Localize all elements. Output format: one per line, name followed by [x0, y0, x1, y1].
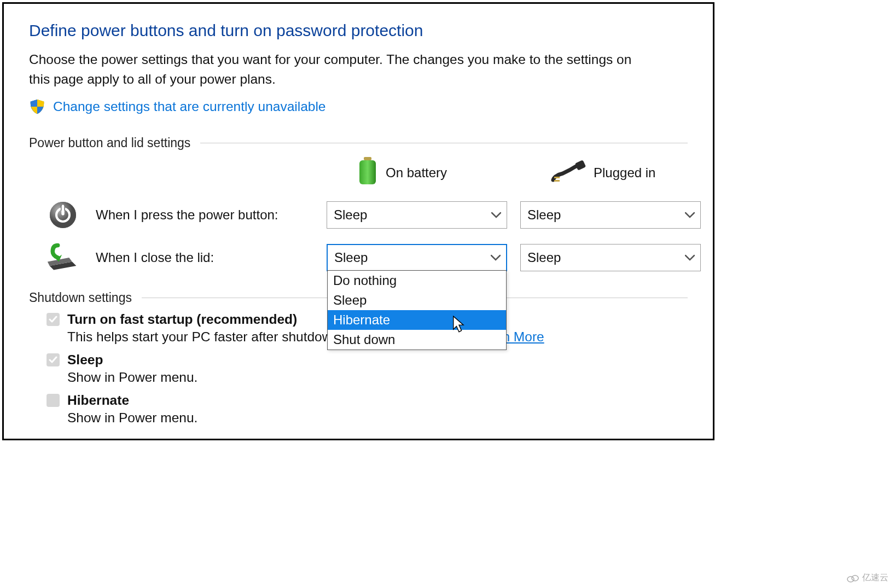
chevron-down-icon: [491, 212, 501, 218]
uac-shield-icon: [29, 98, 45, 115]
svg-rect-3: [554, 177, 560, 178]
row-power-button-label: When I press the power button:: [96, 207, 278, 223]
row-power-button: When I press the power button:: [29, 199, 313, 231]
intro-text: Choose the power settings that you want …: [29, 50, 642, 89]
hibernate-desc: Show in Power menu.: [67, 410, 688, 426]
svg-rect-4: [554, 180, 560, 182]
change-unavailable-settings-link[interactable]: Change settings that are currently unava…: [53, 99, 326, 114]
power-button-icon: [47, 199, 79, 231]
chevron-down-icon: [685, 212, 695, 218]
row-close-lid: When I close the lid:: [29, 241, 313, 274]
combo-close-lid-battery-dropdown[interactable]: Do nothingSleepHibernateShut down: [327, 270, 507, 350]
plug-icon: [551, 159, 586, 187]
combo-close-lid-plugged[interactable]: Sleep: [520, 244, 701, 271]
page-title: Define power buttons and turn on passwor…: [29, 21, 688, 40]
section-shutdown-label: Shutdown settings: [29, 290, 132, 305]
power-lid-grid: On battery Plugged in: [29, 157, 688, 274]
combo-power-button-battery[interactable]: Sleep: [327, 201, 507, 229]
close-lid-icon: [47, 241, 79, 274]
section-power-lid: Power button and lid settings: [29, 136, 688, 150]
column-on-battery: On battery: [327, 157, 507, 189]
power-options-panel: Define power buttons and turn on passwor…: [2, 2, 714, 440]
combo-value: Sleep: [334, 207, 367, 223]
dropdown-option[interactable]: Shut down: [328, 330, 506, 350]
chevron-down-icon: [491, 254, 501, 261]
combo-value: Sleep: [527, 207, 561, 223]
shutdown-item-hibernate: Hibernate Show in Power menu.: [47, 393, 688, 426]
column-on-battery-label: On battery: [386, 165, 447, 181]
row-close-lid-label: When I close the lid:: [96, 250, 214, 265]
checkbox-fast-startup[interactable]: [47, 313, 60, 326]
column-plugged-in-label: Plugged in: [594, 165, 655, 181]
section-rule: [200, 143, 688, 143]
svg-rect-2: [575, 160, 586, 170]
dropdown-option[interactable]: Hibernate: [328, 310, 506, 330]
admin-link-row[interactable]: Change settings that are currently unava…: [29, 98, 688, 115]
sleep-label: Sleep: [67, 352, 103, 368]
sleep-desc: Show in Power menu.: [67, 370, 688, 385]
svg-rect-1: [359, 160, 376, 184]
section-power-lid-label: Power button and lid settings: [29, 136, 190, 150]
svg-rect-0: [364, 157, 371, 160]
chevron-down-icon: [685, 254, 695, 261]
combo-value: Sleep: [334, 250, 368, 265]
fast-startup-label: Turn on fast startup (recommended): [67, 312, 297, 327]
dropdown-option[interactable]: Sleep: [328, 290, 506, 310]
combo-power-button-plugged[interactable]: Sleep: [520, 201, 701, 229]
column-plugged-in: Plugged in: [520, 159, 701, 187]
combo-close-lid-battery[interactable]: Sleep Do nothingSleepHibernateShut down: [327, 244, 507, 271]
hibernate-label: Hibernate: [67, 393, 129, 408]
checkbox-hibernate[interactable]: [47, 394, 60, 407]
dropdown-option[interactable]: Do nothing: [328, 271, 506, 290]
battery-icon: [357, 157, 378, 189]
checkbox-sleep[interactable]: [47, 353, 60, 366]
combo-value: Sleep: [527, 250, 561, 265]
shutdown-item-sleep: Sleep Show in Power menu.: [47, 352, 688, 385]
